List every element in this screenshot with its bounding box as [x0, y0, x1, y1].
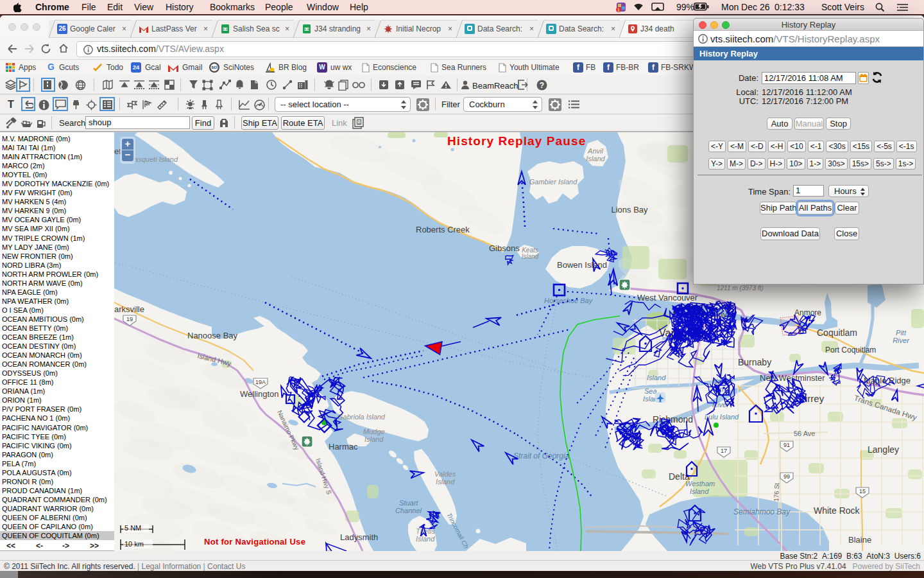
svg-text:Anmore: Anmore [794, 308, 821, 317]
svg-text:Valdes: Valdes [434, 470, 456, 478]
svg-text:Westham: Westham [685, 480, 715, 487]
svg-text:Langley: Langley [868, 444, 899, 455]
svg-text:Island: Island [522, 253, 539, 260]
svg-text:Nanoose Bay: Nanoose Bay [187, 331, 238, 340]
svg-text:1: 1 [617, 8, 620, 12]
svg-text:arksville: arksville [114, 304, 144, 314]
svg-text:19: 19 [126, 316, 133, 322]
svg-text:Harmac: Harmac [329, 442, 358, 451]
svg-text:Stuart: Stuart [399, 499, 418, 507]
svg-text:River: River [893, 337, 910, 344]
svg-text:Lulu Island: Lulu Island [705, 413, 739, 421]
svg-text:Island: Island [690, 487, 709, 495]
svg-text:Sea: Sea [644, 387, 657, 395]
svg-text:19A: 19A [255, 379, 266, 385]
svg-text:Semiahmoo Bay: Semiahmoo Bay [733, 507, 791, 516]
svg-text:Island: Island [436, 478, 455, 486]
svg-text:56 Ave: 56 Ave [794, 430, 815, 437]
svg-text:White Rock: White Rock [814, 505, 860, 516]
svg-text:99: 99 [783, 473, 790, 480]
svg-text:Port Coquitlam: Port Coquitlam [825, 346, 876, 355]
svg-text:Lions Bay: Lions Bay [611, 205, 648, 215]
svg-text:17: 17 [721, 448, 727, 454]
svg-text:Coquitlam: Coquitlam [817, 328, 857, 338]
svg-text:Gambier Island: Gambier Island [529, 178, 578, 186]
svg-text:Gabriola Island: Gabriola Island [338, 413, 386, 421]
svg-text:Mudge: Mudge [363, 428, 385, 435]
svg-text:1: 1 [357, 119, 361, 125]
svg-text:15: 15 [859, 488, 866, 495]
svg-text:Roberts Creek: Roberts Creek [416, 225, 470, 234]
svg-text:176 St: 176 St [773, 483, 780, 502]
svg-text:Burnaby: Burnaby [738, 357, 771, 367]
svg-text:Blaine: Blaine [848, 535, 871, 545]
svg-text:Lasqueti Island: Lasqueti Island [130, 155, 178, 163]
svg-text:1211 m (3973 ft): 1211 m (3973 ft) [717, 285, 764, 292]
svg-text:Horseshoe Bay: Horseshoe Bay [544, 297, 594, 304]
svg-text:5 NM: 5 NM [124, 524, 141, 532]
svg-text:Pitt: Pitt [896, 329, 907, 337]
svg-text:Wellington: Wellington [240, 389, 278, 399]
svg-text:Channel: Channel [395, 507, 422, 514]
svg-text:91: 91 [783, 442, 790, 448]
svg-text:Strait of Georgia: Strait of Georgia [513, 451, 570, 460]
svg-text:Island: Island [647, 374, 666, 381]
svg-text:Anvil: Anvil [587, 147, 603, 155]
svg-text:?: ? [540, 81, 544, 90]
svg-text:Island: Island [586, 155, 605, 162]
svg-text:10 km: 10 km [124, 540, 144, 548]
svg-text:Gibsons: Gibsons [489, 243, 520, 253]
svg-text:Ladysmith: Ladysmith [340, 532, 378, 542]
svg-text:West Vancouver: West Vancouver [637, 293, 698, 302]
svg-text:Island: Island [364, 435, 384, 443]
